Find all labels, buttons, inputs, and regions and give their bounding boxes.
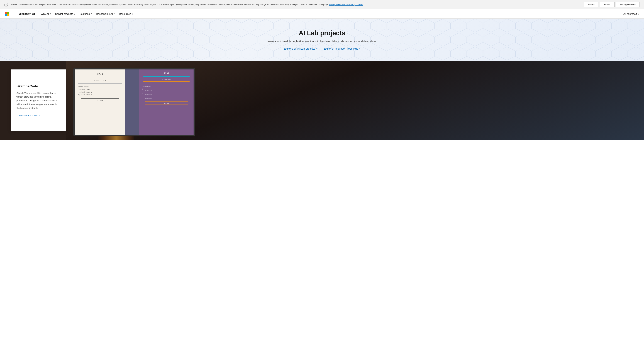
hero-section: AI Lab projects Learn about breakthrough…: [0, 19, 644, 61]
cookie-actions: Accept Reject Manage cookies: [584, 2, 640, 7]
all-microsoft-link[interactable]: All Microsoft ∨: [624, 13, 639, 16]
chevron-right-icon: ›: [39, 114, 40, 117]
monitor-frame: $239 Product Title Check Items! Che: [73, 68, 195, 136]
hero-links: Explore all AI Lab projects › Explore In…: [4, 47, 640, 50]
nav-link-responsible-ai[interactable]: Responsible AI ∨: [94, 12, 116, 17]
logo-yellow-square: [7, 14, 9, 16]
cookie-text: We use optional cookies to improve your …: [11, 3, 581, 6]
privacy-link[interactable]: Privacy Statement: [329, 4, 345, 6]
chevron-right-icon: ›: [359, 48, 360, 50]
code-item-row-1: [142, 88, 191, 90]
try-sketch2code-link[interactable]: Try out Sketch2Code ›: [16, 114, 60, 117]
sketch-item-header: Check Items!: [78, 86, 122, 88]
code-product-title: Product Title: [142, 78, 191, 80]
chevron-down-icon: ∨: [114, 13, 115, 15]
hero-subtitle: Learn about breakthrough AI innovation w…: [4, 40, 640, 43]
code-checkbox-1: [142, 88, 143, 90]
microsoft-logo-link[interactable]: Microsoft AI: [5, 12, 35, 16]
code-item-bar-2: [144, 93, 191, 93]
chevron-down-icon: ∨: [638, 13, 639, 15]
page-title: AI Lab projects: [4, 29, 640, 37]
chevron-down-icon: ∨: [90, 13, 92, 15]
project-description: Sketch2Code uses AI to convert hand-writ…: [16, 92, 60, 110]
code-item-label-2: check item 2: [142, 94, 191, 95]
code-item-bar-1: [144, 89, 191, 89]
hero-content: AI Lab projects Learn about breakthrough…: [4, 29, 640, 50]
explore-tech-hub-link[interactable]: Explore Innovation Tech Hub ›: [324, 47, 360, 50]
sketch-buy-button: Buy now: [81, 99, 119, 102]
logo-green-square: [7, 12, 9, 14]
code-panel: $239 Product Title Check Items!: [139, 70, 194, 135]
code-item-label-3: check item 3: [142, 98, 191, 99]
sketch-item-1: Check item 1: [78, 89, 122, 91]
code-item-label-1: check item 1: [142, 90, 191, 92]
monitor-visual: $239 Product Title Check Items! Che: [66, 61, 644, 140]
accept-button[interactable]: Accept: [584, 2, 599, 7]
nav-right: All Microsoft ∨: [624, 13, 639, 16]
sketch-items: Check Items! Check item 1 check item 2: [78, 85, 122, 97]
sketch-title-line: [80, 78, 120, 78]
arrow-area: →: [125, 70, 139, 135]
sketch-checkbox-3: [78, 94, 80, 96]
nav-link-solutions[interactable]: Solutions ∨: [78, 12, 94, 17]
chevron-right-icon: ›: [316, 48, 317, 50]
chevron-down-icon: ∨: [74, 13, 75, 15]
code-checkbox-2: [142, 92, 143, 94]
sketch-price: $239: [78, 73, 122, 76]
sketch-panel: $239 Product Title Check Items! Che: [75, 70, 125, 135]
brand-name: Microsoft AI: [18, 12, 35, 16]
monitor-screen: $239 Product Title Check Items! Che: [75, 70, 194, 135]
code-item-row-3: [142, 96, 191, 97]
chevron-down-icon: ∨: [132, 13, 133, 15]
sketch-content: $239 Product Title Check Items! Che: [76, 71, 123, 133]
code-title-bar: [143, 77, 190, 77]
sketch-product-title: Product Title: [78, 80, 122, 82]
nav-link-why-ai[interactable]: Why AI ∨: [39, 12, 52, 17]
nav-link-copilot[interactable]: Copilot products ∨: [53, 12, 77, 17]
code-item-header: Check Items!: [142, 86, 191, 88]
nav-logo-divider: [14, 12, 14, 16]
sketch-divider: [78, 83, 122, 84]
code-item-row-2: [142, 92, 191, 94]
monitor-area: $239 Product Title Check Items! Che: [66, 61, 644, 140]
manage-cookies-button[interactable]: Manage cookies: [616, 2, 640, 7]
project-title: Sketch2Code: [16, 84, 60, 88]
logo-blue-square: [5, 14, 7, 16]
arrow-right-icon: →: [130, 100, 134, 105]
nav-links: Why AI ∨ Copilot products ∨ Solutions ∨ …: [39, 12, 624, 17]
sketch-item-2: check item 2: [78, 92, 122, 93]
code-buy-button: Buy now: [145, 102, 188, 105]
code-items: Check Items! check item 1: [142, 85, 191, 100]
sketch-item-3: check item 3: [78, 94, 122, 96]
code-item-bar-3: [144, 97, 191, 97]
logo-red-square: [5, 12, 7, 14]
code-checkbox-3: [142, 96, 143, 97]
code-content: $239 Product Title Check Items!: [141, 71, 192, 133]
code-subtitle: [143, 84, 190, 84]
sketch-checkbox-2: [78, 92, 80, 93]
reject-button[interactable]: Reject: [600, 2, 614, 7]
microsoft-logo: [5, 12, 9, 16]
cookie-banner: ℹ We use optional cookies to improve you…: [0, 0, 644, 9]
chevron-down-icon: ∨: [50, 13, 51, 15]
explore-lab-projects-link[interactable]: Explore all AI Lab projects ›: [284, 47, 317, 50]
code-orange-bar: [143, 82, 190, 82]
sketch-checkbox-1: [78, 89, 80, 90]
third-party-link[interactable]: Third-Party Cookies: [345, 4, 362, 6]
nav-bar: Microsoft AI Why AI ∨ Copilot products ∨…: [0, 9, 644, 19]
nav-link-resources[interactable]: Resources ∨: [117, 12, 135, 17]
project-card: Sketch2Code Sketch2Code uses AI to conve…: [11, 70, 66, 131]
project-section: Sketch2Code Sketch2Code uses AI to conve…: [0, 61, 644, 140]
info-icon: ℹ: [4, 3, 8, 7]
code-price: $239: [142, 72, 191, 75]
